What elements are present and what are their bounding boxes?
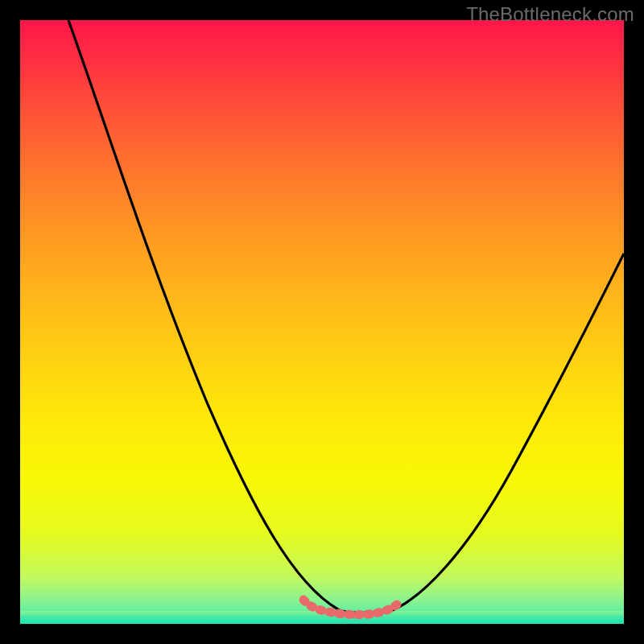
stable-zone-marker [303, 600, 397, 615]
chart-frame: TheBottleneck.com [0, 0, 644, 644]
curve-svg [20, 20, 624, 624]
bottleneck-curve [68, 20, 624, 613]
plot-area [20, 20, 624, 624]
attribution-label: TheBottleneck.com [466, 3, 634, 26]
